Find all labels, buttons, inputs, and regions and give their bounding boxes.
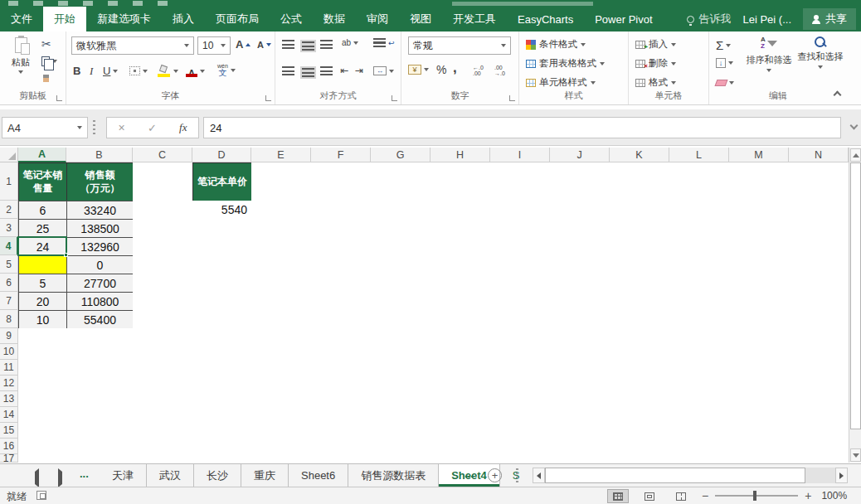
ribbon-tab-easycharts[interactable]: EasyCharts <box>507 7 584 32</box>
cell-D4[interactable] <box>192 237 252 256</box>
quick-access-toolbar[interactable] <box>8 1 168 6</box>
cell-I15[interactable] <box>490 423 551 439</box>
cell-H13[interactable] <box>430 391 491 408</box>
cell-F12[interactable] <box>311 376 372 392</box>
sheet-tab-长沙[interactable]: 长沙 <box>194 464 241 487</box>
cell-F4[interactable] <box>311 237 372 256</box>
hscroll-left-button[interactable] <box>533 468 545 483</box>
align-top-button[interactable] <box>282 40 294 49</box>
zoom-slider[interactable] <box>715 495 798 497</box>
column-header-H[interactable]: H <box>430 148 490 162</box>
cell-A13[interactable] <box>18 391 67 408</box>
autosum-button[interactable]: Σ <box>716 38 731 52</box>
cell-E2[interactable] <box>251 201 312 220</box>
zoom-slider-thumb[interactable] <box>753 491 756 501</box>
cell-K1[interactable] <box>610 162 670 201</box>
ribbon-tab-home[interactable]: 开始 <box>43 7 86 32</box>
cell-A2[interactable]: 6 <box>18 201 67 220</box>
cell-N15[interactable] <box>789 423 849 439</box>
align-bottom-button[interactable] <box>320 40 333 49</box>
cell-J11[interactable] <box>550 360 610 376</box>
cell-B13[interactable] <box>66 391 134 408</box>
cell-K10[interactable] <box>610 344 670 361</box>
cell-M6[interactable] <box>729 274 790 293</box>
cell-M2[interactable] <box>729 201 790 220</box>
cell-C16[interactable] <box>133 439 193 455</box>
cell-B8[interactable]: 55400 <box>66 310 134 329</box>
cell-E10[interactable] <box>251 344 312 361</box>
cell-A14[interactable] <box>18 407 67 424</box>
row-header-17[interactable]: 17 <box>0 454 18 463</box>
cell-E7[interactable] <box>251 292 312 311</box>
cell-J2[interactable] <box>550 201 610 220</box>
cell-C2[interactable] <box>133 201 193 220</box>
cell-E8[interactable] <box>251 310 312 329</box>
row-header-4[interactable]: 4 <box>0 237 18 255</box>
cell-I2[interactable] <box>490 201 551 220</box>
ribbon-tab-power-pivot[interactable]: Power Pivot <box>584 7 663 32</box>
column-header-L[interactable]: L <box>669 148 729 162</box>
cell-H3[interactable] <box>430 219 491 238</box>
macro-record-icon[interactable] <box>36 491 46 500</box>
view-normal-button[interactable] <box>607 489 629 503</box>
cell-I13[interactable] <box>490 391 551 408</box>
sheet-nav-left[interactable] <box>35 472 39 484</box>
grow-font-button[interactable]: A <box>236 38 251 51</box>
column-header-F[interactable]: F <box>311 148 371 162</box>
row-header-12[interactable]: 12 <box>0 376 18 391</box>
column-header-M[interactable]: M <box>729 148 789 162</box>
cell-D14[interactable] <box>192 407 252 424</box>
cell-D1[interactable]: 笔记本单价 <box>192 162 252 201</box>
phonetic-button[interactable]: wén文 <box>217 63 236 77</box>
cell-D12[interactable] <box>192 376 252 392</box>
accounting-format-button[interactable]: ¥ <box>408 65 429 75</box>
cell-I12[interactable] <box>490 376 551 392</box>
cell-N4[interactable] <box>789 237 849 256</box>
cell-E6[interactable] <box>251 274 312 293</box>
zoom-out-icon[interactable]: − <box>702 490 708 502</box>
cell-N7[interactable] <box>789 292 849 311</box>
scroll-up-button[interactable] <box>850 148 861 162</box>
name-box[interactable]: A4 <box>2 117 88 138</box>
column-header-B[interactable]: B <box>66 148 133 162</box>
sheet-tab-重庆[interactable]: 重庆 <box>241 464 289 487</box>
cell-G16[interactable] <box>371 439 431 455</box>
cell-B16[interactable] <box>66 439 134 455</box>
select-all-corner[interactable] <box>0 148 18 162</box>
cell-C17[interactable] <box>133 454 193 463</box>
cell-A4[interactable]: 24 <box>18 237 67 256</box>
cell-G13[interactable] <box>371 391 431 408</box>
cell-H12[interactable] <box>430 376 491 392</box>
hscroll-right-button[interactable] <box>835 468 848 483</box>
row-header-15[interactable]: 15 <box>0 423 18 439</box>
ribbon-tab-data[interactable]: 数据 <box>313 7 356 32</box>
cell-L7[interactable] <box>669 292 730 311</box>
cell-F9[interactable] <box>311 328 372 345</box>
cell-C6[interactable] <box>133 274 193 293</box>
tab-scroll-divider[interactable] <box>516 468 518 482</box>
cell-F11[interactable] <box>311 360 372 376</box>
cell-G8[interactable] <box>371 310 431 329</box>
cell-C9[interactable] <box>133 328 193 345</box>
cell-E5[interactable] <box>251 255 312 274</box>
comma-style-button[interactable]: , <box>453 60 457 76</box>
italic-button[interactable]: I <box>90 65 93 78</box>
cell-B11[interactable] <box>66 360 134 376</box>
format-painter-button[interactable] <box>43 75 49 82</box>
cell-G15[interactable] <box>371 423 431 439</box>
cell-L14[interactable] <box>669 407 730 424</box>
cell-L6[interactable] <box>669 274 730 293</box>
column-header-E[interactable]: E <box>251 148 311 162</box>
cell-A1[interactable]: 笔记本销售量 <box>18 162 67 201</box>
sheet-tab-Sheet6[interactable]: Sheet6 <box>289 464 348 487</box>
cell-C15[interactable] <box>133 423 193 439</box>
cell-F17[interactable] <box>311 454 372 463</box>
cell-F14[interactable] <box>311 407 372 424</box>
cell-B1[interactable]: 销售额（万元） <box>66 162 134 201</box>
cell-A7[interactable]: 20 <box>18 292 67 311</box>
clear-button[interactable] <box>716 80 734 86</box>
cell-M12[interactable] <box>729 376 790 392</box>
cell-I16[interactable] <box>490 439 551 455</box>
cell-E13[interactable] <box>251 391 312 408</box>
column-header-I[interactable]: I <box>490 148 550 162</box>
